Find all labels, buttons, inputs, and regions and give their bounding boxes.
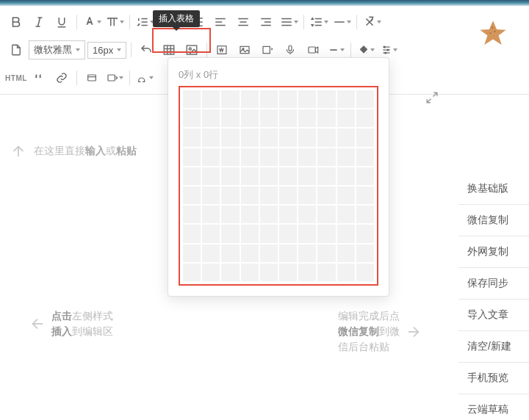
table-grid-cell[interactable] [183,109,201,127]
table-grid-cell[interactable] [221,90,239,108]
table-grid-cell[interactable] [241,187,259,204]
table-grid-cell[interactable] [356,245,374,262]
table-grid-cell[interactable] [183,167,201,185]
table-grid-cell[interactable] [260,167,278,185]
table-grid-cell[interactable] [279,90,297,108]
new-doc-button[interactable] [6,40,26,60]
table-grid-cell[interactable] [298,148,316,166]
table-grid-cell[interactable] [241,225,259,242]
table-grid-cell[interactable] [260,206,278,223]
table-grid-cell[interactable] [317,167,335,185]
table-grid-cell[interactable] [221,245,239,262]
table-grid-cell[interactable] [221,128,239,146]
table-grid-cell[interactable] [298,109,316,127]
table-grid-cell[interactable] [337,148,355,166]
table-grid-cell[interactable] [221,187,239,204]
align-justify-button[interactable] [278,12,299,32]
table-grid-cell[interactable] [298,167,316,185]
table-grid-cell[interactable] [317,90,335,108]
table-grid-cell[interactable] [337,225,355,242]
table-grid-cell[interactable] [298,187,316,204]
table-grid-cell[interactable] [260,264,278,281]
sidebar-item-phone-preview[interactable]: 手机预览 [458,363,529,394]
table-grid-cell[interactable] [221,148,239,166]
table-grid-cell[interactable] [279,245,297,262]
table-grid-cell[interactable] [298,264,316,281]
table-grid-cell[interactable] [317,148,335,166]
table-grid-cell[interactable] [202,109,220,127]
table-grid-cell[interactable] [260,90,278,108]
table-grid-cell[interactable] [356,167,374,185]
sidebar-item-save-sync[interactable]: 保存同步 [458,268,529,300]
table-grid-cell[interactable] [279,109,297,127]
table-grid-cell[interactable] [183,128,201,146]
table-grid-cell[interactable] [279,148,297,166]
table-grid-cell[interactable] [202,167,220,185]
table-grid-cell[interactable] [221,206,239,223]
table-grid-cell[interactable] [337,206,355,223]
table-grid-cell[interactable] [241,245,259,262]
table-grid-cell[interactable] [317,225,335,242]
table-grid-cell[interactable] [183,148,201,166]
table-grid-cell[interactable] [183,225,201,242]
italic-button[interactable] [29,12,49,32]
table-grid-cell[interactable] [183,245,201,262]
table-grid-cell[interactable] [202,128,220,146]
html-button[interactable]: HTML [6,68,26,88]
table-grid-cell[interactable] [317,187,335,204]
table-grid-cell[interactable] [279,187,297,204]
table-grid-cell[interactable] [356,206,374,223]
font-family-select[interactable]: 微软雅黑 [29,40,85,59]
table-grid-cell[interactable] [356,148,374,166]
table-grid-cell[interactable] [241,128,259,146]
table-grid-cell[interactable] [202,225,220,242]
more-card-button[interactable] [104,68,125,88]
table-grid-cell[interactable] [298,245,316,262]
table-grid-cell[interactable] [337,167,355,185]
card-button[interactable] [82,68,102,88]
table-grid-cell[interactable] [260,225,278,242]
table-grid-cell[interactable] [317,109,335,127]
table-grid-cell[interactable] [260,187,278,204]
quote-button[interactable] [29,68,49,88]
table-grid-cell[interactable] [356,187,374,204]
sidebar-item-clear-new[interactable]: 清空/新建 [458,331,529,363]
table-grid-cell[interactable] [202,187,220,204]
table-grid-cell[interactable] [317,206,335,223]
table-grid-cell[interactable] [241,148,259,166]
align-left-button[interactable] [210,12,231,32]
align-right-button[interactable] [256,12,276,32]
bold-button[interactable] [6,12,26,32]
table-grid-cell[interactable] [202,206,220,223]
clear-format-button[interactable] [361,12,382,32]
sidebar-item-import-article[interactable]: 导入文章 [458,300,529,331]
sidebar-item-wechat-copy[interactable]: 微信复制 [458,205,529,236]
line-height-button[interactable] [309,12,329,32]
horizontal-rule-button[interactable] [331,12,352,32]
table-grid-cell[interactable] [241,206,259,223]
table-grid-cell[interactable] [298,206,316,223]
table-grid-cell[interactable] [221,264,239,281]
table-grid-cell[interactable] [260,109,278,127]
ordered-list-button[interactable] [134,12,155,32]
table-grid-cell[interactable] [183,90,201,108]
table-grid-cell[interactable] [356,225,374,242]
table-grid-cell[interactable] [183,187,201,204]
table-grid-cell[interactable] [317,264,335,281]
table-grid-cell[interactable] [279,264,297,281]
table-grid-cell[interactable] [337,90,355,108]
table-grid-cell[interactable] [202,245,220,262]
table-grid-cell[interactable] [260,128,278,146]
table-grid-cell[interactable] [356,109,374,127]
table-grid-cell[interactable] [337,264,355,281]
table-grid-cell[interactable] [298,128,316,146]
table-grid-cell[interactable] [356,90,374,108]
table-grid-cell[interactable] [279,128,297,146]
table-grid-cell[interactable] [221,225,239,242]
table-grid-cell[interactable] [298,225,316,242]
undo-button[interactable] [136,40,156,60]
table-grid-cell[interactable] [241,90,259,108]
table-grid-cell[interactable] [221,167,239,185]
sidebar-item-switch-basic[interactable]: 换基础版 [458,173,529,205]
table-grid-cell[interactable] [241,264,259,281]
